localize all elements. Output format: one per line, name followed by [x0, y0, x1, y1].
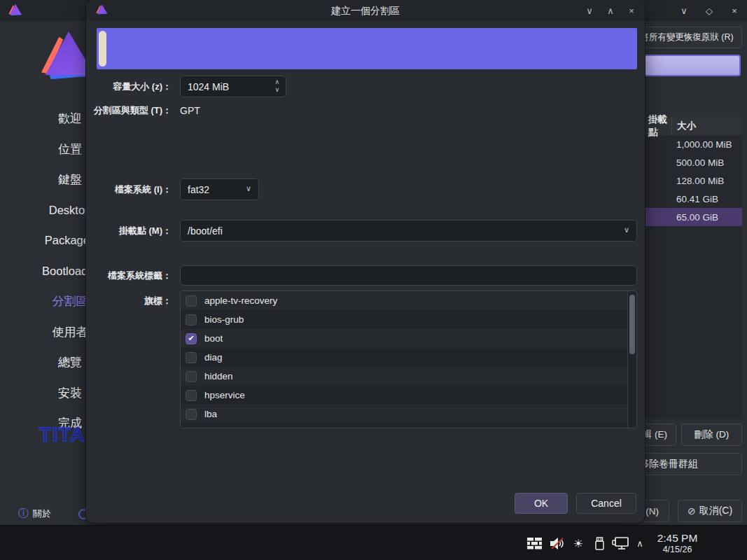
checkbox[interactable]: ✔ — [186, 314, 197, 326]
mountpoint-value: /boot/efi — [188, 225, 223, 237]
flag-row[interactable]: ✔ boot — [181, 329, 627, 348]
flags-label: 旗標： — [92, 290, 172, 307]
flag-name: hpservice — [204, 390, 245, 400]
checkbox[interactable] — [186, 428, 197, 429]
flag-row[interactable]: ✔ bios-grub — [181, 310, 627, 329]
chevron-down-icon: ∨ — [624, 225, 629, 234]
checkbox[interactable]: ✔ — [186, 390, 197, 401]
clock-time: 2:45 PM — [657, 532, 698, 545]
cancel-button[interactable]: Cancel — [576, 493, 636, 514]
taskbar: > — [0, 525, 747, 560]
info-icon: ⓘ — [18, 507, 29, 520]
volume-muted-icon[interactable] — [548, 526, 566, 560]
spin-down-icon[interactable]: ∨ — [274, 86, 279, 94]
table-row[interactable]: 128.00 MiB — [645, 172, 742, 190]
partition-size-bar — [97, 28, 637, 69]
spin-up-icon[interactable]: ∧ — [274, 78, 279, 86]
create-partition-dialog: 建立一個分割區 ∨ ∧ × 容量大小 (z)： 1024 MiB ∧ ∨ 分割區… — [86, 0, 645, 523]
flag-name: bios-grub — [204, 314, 244, 325]
flag-row[interactable]: ✔ hpservice — [181, 386, 627, 405]
column-mountpoint: 掛載點 — [645, 117, 671, 135]
delete-partition-button[interactable]: 刪除 (D) — [681, 424, 742, 446]
checkbox[interactable]: ✔ — [186, 371, 197, 382]
dialog-maximize-button[interactable]: ∧ — [606, 6, 615, 16]
check-icon: ✔ — [188, 335, 194, 342]
flags-scrollbar[interactable] — [627, 291, 636, 428]
table-row-selected[interactable]: 65.00 GiB — [645, 208, 742, 226]
about-button[interactable]: ⓘ 關於 — [18, 507, 51, 520]
checkbox[interactable]: ✔ — [186, 295, 197, 307]
main-maximize-button[interactable]: ◇ — [704, 6, 715, 16]
fs-label-input[interactable] — [180, 265, 637, 286]
cancel-install-label: 取消(C) — [699, 505, 732, 517]
firewall-icon[interactable] — [525, 526, 543, 560]
checkbox[interactable]: ✔ — [186, 333, 197, 344]
filesystem-combo[interactable]: fat32 ∨ — [180, 178, 259, 200]
flags-list: ✔ apple-tv-recovery ✔ bios-grub ✔ boot ✔… — [180, 290, 637, 428]
existing-partition-segment — [99, 31, 106, 66]
usb-device-icon[interactable] — [592, 526, 607, 560]
partition-type-value: GPT — [180, 105, 200, 116]
table-row[interactable]: 500.00 MiB — [645, 153, 742, 172]
cancel-install-button[interactable]: ⊘ 取消(C) — [678, 500, 742, 522]
dialog-minimize-button[interactable]: ∨ — [585, 6, 594, 16]
partition-type-label: 分割區與類型 (T)： — [92, 104, 172, 117]
filesystem-value: fat32 — [188, 184, 209, 195]
flag-name: lba — [204, 409, 217, 419]
app-logo-icon — [8, 4, 22, 16]
flag-name: boot — [204, 333, 223, 344]
ok-button[interactable]: OK — [515, 493, 568, 514]
brightness-icon[interactable]: ☀ — [570, 526, 587, 560]
partition-table: 掛載點 大小 1,000.00 MiB 500.00 MiB 128.00 Mi… — [645, 117, 742, 419]
dialog-close-button[interactable]: × — [627, 6, 636, 16]
storage-device-combo[interactable] — [638, 55, 741, 76]
main-minimize-button[interactable]: ∨ — [678, 6, 690, 16]
dialog-title: 建立一個分割區 — [86, 0, 645, 21]
size-spinbox[interactable]: 1024 MiB ∧ ∨ — [180, 76, 286, 97]
flag-row-partial[interactable] — [181, 424, 627, 428]
revert-changes-button[interactable]: 將所有變更恢復原狀 (R) — [631, 27, 742, 48]
fs-label-label: 檔案系統標籤： — [92, 270, 172, 282]
flag-name: apple-tv-recovery — [204, 295, 277, 306]
size-label: 容量大小 (z)： — [92, 80, 172, 93]
filesystem-label: 檔案系統 (I)： — [92, 183, 172, 196]
flag-row[interactable]: ✔ apple-tv-recovery — [181, 291, 627, 310]
flag-row[interactable]: ✔ lba — [181, 405, 627, 424]
blocked-icon: ⊘ — [687, 505, 696, 517]
main-close-button[interactable]: × — [729, 6, 740, 16]
partition-table-header: 掛載點 大小 — [645, 117, 742, 135]
mountpoint-label: 掛載點 (M)： — [92, 225, 172, 237]
flag-row[interactable]: ✔ hidden — [181, 367, 627, 386]
size-value: 1024 MiB — [188, 81, 229, 92]
flag-name: hidden — [204, 371, 233, 382]
desktop-screen: ∨ ◇ × 歡迎 位置 鍵盤 Desktop Packages Bootload… — [0, 0, 747, 560]
flag-row[interactable]: ✔ diag — [181, 348, 627, 367]
mountpoint-combo[interactable]: /boot/efi ∨ — [180, 220, 637, 241]
chevron-down-icon: ∨ — [246, 184, 251, 193]
table-row[interactable]: 60.41 GiB — [645, 190, 742, 208]
scrollbar-thumb[interactable] — [629, 295, 635, 354]
display-settings-icon[interactable] — [610, 526, 630, 560]
clock[interactable]: 2:45 PM 4/15/26 — [648, 526, 707, 560]
flag-name: diag — [204, 352, 223, 363]
tray-expand-icon[interactable]: ∧ — [632, 526, 648, 560]
column-size: 大小 — [671, 117, 742, 135]
checkbox[interactable]: ✔ — [186, 352, 197, 363]
about-label: 關於 — [33, 507, 51, 520]
checkbox[interactable]: ✔ — [186, 409, 197, 420]
clock-date: 4/15/26 — [663, 545, 692, 554]
dialog-titlebar[interactable]: 建立一個分割區 ∨ ∧ × — [86, 0, 645, 21]
